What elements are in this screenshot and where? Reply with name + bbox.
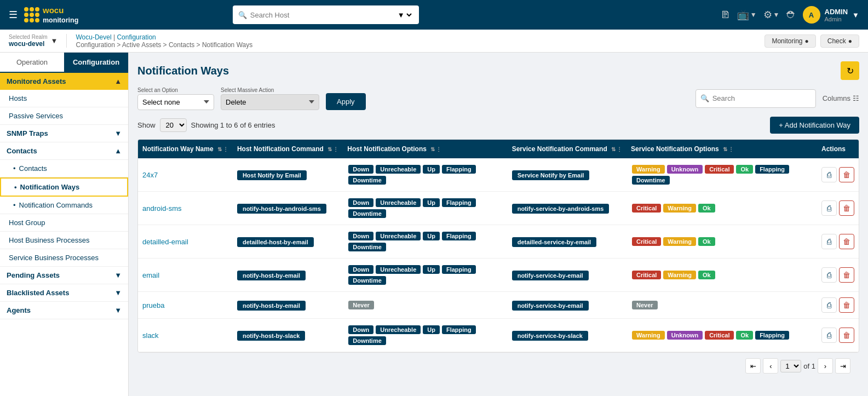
badge: Critical	[705, 165, 734, 174]
delete-button[interactable]: 🗑	[839, 200, 854, 216]
check-button[interactable]: Check ●	[820, 35, 859, 48]
page-number-select[interactable]: 1	[780, 360, 801, 372]
badge: Flapping	[755, 165, 789, 174]
delete-button[interactable]: 🗑	[839, 328, 854, 343]
delete-button[interactable]: 🗑	[839, 167, 854, 182]
show-select[interactable]: 20	[160, 118, 187, 132]
action-buttons: ⎙ 🗑	[821, 200, 854, 216]
host-search-dropdown[interactable]: ▼	[395, 10, 413, 20]
nav-icon-file[interactable]: 🖹	[721, 9, 731, 21]
badge: Unknown	[667, 331, 703, 340]
badge: Unrecheable	[376, 198, 421, 207]
table-row: slack notify-host-by-slack DownUnrecheab…	[138, 319, 859, 352]
host-options-cell: DownUnrecheableUpFlappingDowntime	[343, 158, 507, 192]
sidebar-section-blacklisted-assets[interactable]: Blacklisted Assets ▼	[0, 284, 128, 302]
page-next-button[interactable]: ›	[818, 358, 833, 374]
sidebar-item-passive-services[interactable]: Passive Services	[0, 107, 128, 125]
page-prev-button[interactable]: ‹	[763, 358, 778, 374]
sidebar-item-contacts-group[interactable]: Contacts ▲	[0, 142, 128, 160]
sidebar-item-host-group[interactable]: Host Group	[0, 214, 128, 232]
copy-button[interactable]: ⎙	[821, 297, 837, 313]
tab-operation[interactable]: Operation	[0, 53, 64, 72]
badge: Warning	[632, 165, 665, 174]
columns-icon: ☷	[853, 94, 859, 102]
badge: Ok	[736, 165, 753, 174]
secondary-nav: Selected Realm wocu-devel ▼ Wocu-Devel |…	[0, 30, 868, 53]
filter-option-select[interactable]: Select none	[137, 94, 214, 110]
user-area[interactable]: A ADMIN Admin ▼	[803, 6, 859, 24]
hamburger-icon[interactable]: ☰	[9, 9, 18, 21]
realm-name: wocu-devel	[9, 40, 48, 48]
pagination-row: ⇤ ‹ 1 of 1 › ⇥	[137, 353, 859, 379]
sidebar-section-pending-assets[interactable]: Pending Assets ▼	[0, 267, 128, 284]
breadcrumb-full: Configuration > Active Assets > Contacts…	[76, 41, 252, 49]
nav-icon-accessibility[interactable]: ⛑	[786, 9, 796, 21]
copy-button[interactable]: ⎙	[821, 167, 837, 182]
badge: Up	[423, 198, 440, 207]
tab-configuration[interactable]: Configuration	[64, 53, 128, 72]
host-options-cell: DownUnrecheableUpFlappingDowntime	[343, 319, 507, 352]
svc-cmd-badge: notify-service-by-android-sms	[512, 204, 610, 214]
page-last-button[interactable]: ⇥	[835, 358, 850, 374]
svc-options-cell: Never	[626, 292, 817, 319]
row-name[interactable]: android-sms	[142, 204, 182, 213]
host-cmd-badge: notify-host-by-android-sms	[237, 204, 326, 214]
columns-button[interactable]: Columns ☷	[823, 94, 859, 102]
page-first-button[interactable]: ⇤	[745, 358, 761, 374]
sidebar-item-notification-commands[interactable]: Notification Commands	[0, 197, 128, 214]
svc-options-cell: CriticalWarningOk	[626, 259, 817, 292]
badge: Down	[348, 232, 373, 240]
svc-options-cell: CriticalWarningOk	[626, 225, 817, 259]
row-name[interactable]: email	[142, 271, 159, 279]
badge: Unrecheable	[376, 232, 421, 240]
delete-button[interactable]: 🗑	[839, 234, 854, 249]
page-title-row: Notification Ways ↻	[137, 61, 859, 80]
sidebar-section-agents[interactable]: Agents ▼	[0, 302, 128, 319]
sidebar-item-snmp-traps[interactable]: SNMP Traps ▼	[0, 125, 128, 142]
breadcrumb-link-1[interactable]: Wocu-Devel	[76, 33, 111, 41]
breadcrumb-link-2[interactable]: Configuration	[117, 33, 156, 41]
show-row: Show 20 Showing 1 to 6 of 6 entries + Ad…	[137, 117, 859, 134]
nav-icon-monitor[interactable]: 📺 ▼	[737, 9, 757, 21]
host-search-input[interactable]	[250, 11, 392, 19]
badge: Ok	[698, 237, 715, 246]
svc-cmd-badge: Service Notify by Email	[512, 170, 590, 180]
col-name: Notification Way Name ⇅⋮	[138, 140, 233, 158]
badge: Warning	[663, 204, 696, 213]
search-filter-icon: 🔍	[700, 94, 709, 102]
top-nav: ☰ wocumonitoring 🔍 ▼ 🖹 📺 ▼ ⚙ ▼ ⛑ A ADMIN…	[0, 0, 868, 30]
refresh-button[interactable]: ↻	[841, 61, 859, 80]
row-name[interactable]: prueba	[142, 301, 164, 309]
massive-action-select[interactable]: Delete	[221, 94, 319, 110]
delete-button[interactable]: 🗑	[839, 267, 854, 283]
badge: Up	[423, 325, 440, 334]
copy-button[interactable]: ⎙	[821, 267, 837, 283]
apply-button[interactable]: Apply	[326, 93, 366, 110]
realm-select[interactable]: Selected Realm wocu-devel ▼	[9, 34, 67, 48]
sidebar-section-monitored-assets[interactable]: Monitored Assets ▲	[0, 73, 128, 90]
add-notification-way-button[interactable]: + Add Notification Way	[770, 117, 859, 134]
sidebar-item-service-business-processes[interactable]: Service Business Processes	[0, 249, 128, 267]
copy-button[interactable]: ⎙	[821, 200, 837, 216]
sidebar-item-hosts[interactable]: Hosts	[0, 90, 128, 107]
sidebar-item-host-business-processes[interactable]: Host Business Processes	[0, 232, 128, 249]
svc-cmd-badge: notify-service-by-email	[512, 271, 589, 280]
badge: Flapping	[755, 331, 789, 340]
search-input[interactable]	[712, 94, 811, 102]
monitoring-button[interactable]: Monitoring ●	[764, 35, 815, 48]
sidebar-item-notification-ways[interactable]: Notification Ways	[0, 177, 128, 197]
row-name[interactable]: 24x7	[142, 171, 158, 179]
badge: Downtime	[348, 209, 386, 218]
badge: Unknown	[667, 165, 703, 174]
host-options-cell: DownUnrecheableUpFlappingDowntime	[343, 225, 507, 259]
sidebar-item-contacts[interactable]: Contacts	[0, 160, 128, 177]
user-info: ADMIN Admin	[825, 8, 848, 22]
row-name[interactable]: slack	[142, 331, 159, 340]
nav-icon-settings[interactable]: ⚙ ▼	[763, 9, 780, 21]
delete-button[interactable]: 🗑	[839, 297, 854, 313]
notification-ways-table: Notification Way Name ⇅⋮ Host Notificati…	[137, 139, 859, 353]
copy-button[interactable]: ⎙	[821, 328, 837, 343]
copy-button[interactable]: ⎙	[821, 234, 837, 249]
nav-icons: 🖹 📺 ▼ ⚙ ▼ ⛑	[721, 9, 796, 21]
row-name[interactable]: detailled-email	[142, 238, 188, 246]
